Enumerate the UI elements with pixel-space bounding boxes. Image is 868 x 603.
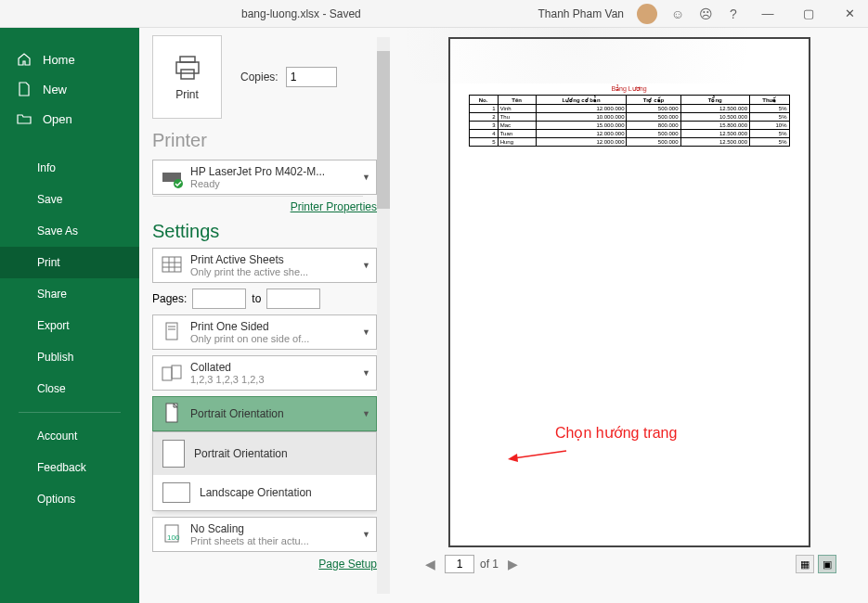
- printer-name: HP LaserJet Pro M402-M...: [190, 165, 358, 178]
- chevron-down-icon: ▼: [362, 173, 370, 182]
- chevron-down-icon: ▼: [362, 327, 370, 337]
- sidebar-item-feedback[interactable]: Feedback: [0, 452, 139, 483]
- svg-rect-1: [176, 62, 199, 73]
- printer-status-icon: [159, 164, 185, 190]
- pages-from-input[interactable]: [192, 289, 246, 309]
- chevron-down-icon: ▼: [362, 261, 370, 270]
- smile-icon[interactable]: ☺: [670, 6, 685, 21]
- chevron-down-icon: ▼: [362, 409, 370, 418]
- one-sided-icon: [159, 319, 185, 345]
- page-of-label: of 1: [480, 558, 499, 571]
- sidebar-item-share[interactable]: Share: [0, 278, 139, 310]
- pages-to-label: to: [252, 292, 261, 305]
- sheets-icon: [159, 252, 185, 278]
- orientation-dropdown[interactable]: Portrait Orientation ▼: [152, 396, 377, 431]
- settings-heading: Settings: [152, 221, 377, 242]
- copies-label: Copies:: [240, 71, 279, 83]
- sidebar-item-info[interactable]: Info: [0, 152, 139, 184]
- window-title: bang-luong.xlsx - Saved: [241, 7, 361, 20]
- printer-status: Ready: [190, 178, 358, 189]
- sidebar-item-close[interactable]: Close: [0, 373, 139, 404]
- sidebar-item-label: Open: [43, 112, 72, 126]
- minimize-button[interactable]: —: [754, 3, 782, 25]
- show-margins-button[interactable]: ▦: [796, 555, 814, 573]
- svg-rect-5: [162, 257, 181, 272]
- titlebar: bang-luong.xlsx - Saved Thanh Pham Van ☺…: [0, 0, 868, 28]
- page-number-input[interactable]: [445, 555, 474, 573]
- print-button[interactable]: Print: [152, 35, 222, 119]
- page-setup-link[interactable]: Page Setup: [152, 558, 377, 571]
- panel-scrollbar[interactable]: [377, 37, 390, 594]
- pages-label: Pages:: [152, 292, 187, 305]
- preview-title: Bảng Lương: [469, 85, 790, 93]
- backstage-sidebar: Home New Open Info Save Save As Print Sh…: [0, 28, 139, 603]
- collate-dropdown[interactable]: Collated 1,2,3 1,2,3 1,2,3 ▼: [152, 355, 377, 391]
- sidebar-item-label: Home: [43, 53, 75, 67]
- new-icon: [17, 82, 32, 96]
- help-icon[interactable]: ?: [726, 6, 741, 21]
- scaling-dropdown[interactable]: 100 No Scaling Print sheets at their act…: [152, 517, 377, 552]
- printer-icon: [173, 53, 202, 83]
- svg-rect-14: [172, 366, 181, 378]
- sidebar-item-options[interactable]: Options: [0, 483, 139, 515]
- titlebar-right: Thanh Pham Van ☺ ☹ ? — ▢ ✕: [538, 3, 863, 25]
- svg-rect-2: [181, 70, 194, 79]
- sidebar-item-account[interactable]: Account: [0, 420, 139, 452]
- chevron-down-icon: ▼: [362, 368, 370, 378]
- copies-input[interactable]: [286, 67, 337, 87]
- orientation-option-landscape[interactable]: Landscape Orientation: [153, 475, 376, 510]
- pages-to-input[interactable]: [266, 289, 320, 309]
- sidebar-item-publish[interactable]: Publish: [0, 341, 139, 373]
- printer-dropdown[interactable]: HP LaserJet Pro M402-M... Ready ▼: [152, 160, 377, 195]
- chevron-down-icon: ▼: [362, 530, 370, 539]
- collated-icon: [159, 360, 185, 386]
- print-button-label: Print: [175, 88, 199, 101]
- open-icon: [17, 111, 32, 126]
- preview-page: Bảng Lương No.TênLương cơ bảnTrợ cấpTổng…: [448, 37, 810, 547]
- portrait-icon: [159, 401, 185, 427]
- home-icon: [17, 52, 32, 67]
- sidebar-item-home[interactable]: Home: [0, 45, 139, 74]
- avatar[interactable]: [637, 4, 657, 24]
- pages-range-row: Pages: to: [152, 289, 377, 309]
- sidebar-item-save[interactable]: Save: [0, 184, 139, 215]
- svg-rect-13: [162, 367, 172, 380]
- landscape-icon: [162, 482, 190, 503]
- orientation-menu: Portrait Orientation Landscape Orientati…: [152, 431, 377, 511]
- close-button[interactable]: ✕: [836, 3, 863, 25]
- preview-nav: ◀ of 1 ▶ ▦ ▣: [418, 547, 840, 581]
- svg-rect-0: [180, 57, 195, 62]
- print-settings-panel: Print Copies: Printer HP LaserJet Pro M4…: [139, 28, 390, 603]
- print-what-dropdown[interactable]: Print Active Sheets Only print the activ…: [152, 248, 377, 283]
- sidebar-item-saveas[interactable]: Save As: [0, 215, 139, 247]
- sidebar-item-export[interactable]: Export: [0, 310, 139, 341]
- next-page-button[interactable]: ▶: [504, 557, 522, 571]
- sides-dropdown[interactable]: Print One Sided Only print on one side o…: [152, 314, 377, 350]
- prev-page-button[interactable]: ◀: [421, 557, 439, 571]
- print-preview-area: Bảng Lương No.TênLương cơ bảnTrợ cấpTổng…: [390, 28, 868, 603]
- scaling-icon: 100: [159, 521, 185, 547]
- sidebar-item-new[interactable]: New: [0, 74, 139, 104]
- zoom-to-page-button[interactable]: ▣: [818, 555, 836, 573]
- frown-icon[interactable]: ☹: [698, 6, 713, 21]
- sidebar-item-print[interactable]: Print: [0, 247, 139, 278]
- portrait-icon: [162, 440, 185, 468]
- maximize-button[interactable]: ▢: [795, 3, 823, 25]
- user-name: Thanh Pham Van: [538, 7, 624, 20]
- preview-table: No.TênLương cơ bảnTrợ cấpTổngThuế 1Vinh1…: [469, 95, 790, 147]
- sidebar-item-label: New: [43, 83, 67, 96]
- sidebar-item-open[interactable]: Open: [0, 104, 139, 134]
- printer-properties-link[interactable]: Printer Properties: [152, 200, 377, 213]
- orientation-option-portrait[interactable]: Portrait Orientation: [153, 432, 376, 475]
- printer-heading: Printer: [152, 130, 377, 154]
- svg-text:100: 100: [167, 533, 180, 542]
- svg-rect-10: [166, 323, 177, 340]
